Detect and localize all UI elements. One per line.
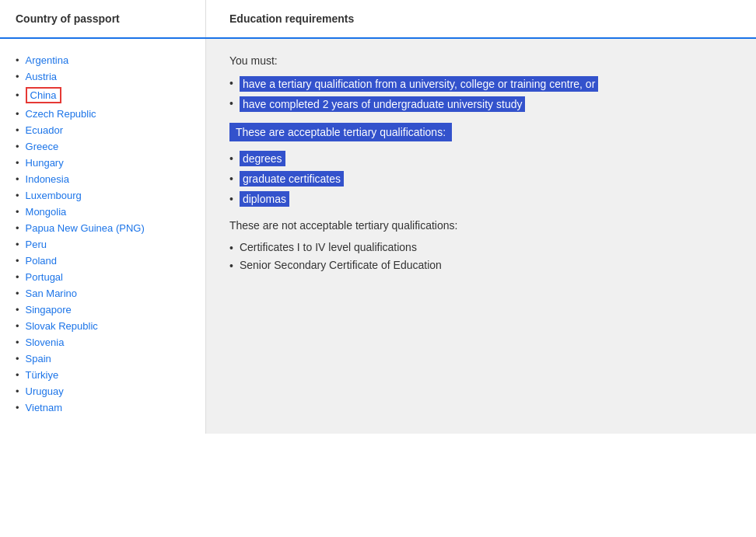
country-link[interactable]: Argentina bbox=[26, 54, 69, 66]
acceptable-heading: These are acceptable tertiary qualificat… bbox=[229, 123, 733, 151]
list-item[interactable]: Mongolia bbox=[16, 206, 190, 218]
list-item[interactable]: Peru bbox=[16, 239, 190, 250]
list-item[interactable]: Papua New Guinea (PNG) bbox=[16, 222, 190, 234]
list-item[interactable]: Czech Republic bbox=[16, 108, 190, 120]
country-link[interactable]: Austria bbox=[26, 71, 57, 82]
country-link[interactable]: Ecuador bbox=[26, 124, 63, 136]
country-link[interactable]: Portugal bbox=[26, 271, 63, 283]
list-item[interactable]: Hungary bbox=[16, 157, 190, 169]
country-link[interactable]: San Marino bbox=[26, 288, 77, 299]
list-item[interactable]: Austria bbox=[16, 71, 190, 82]
list-item[interactable]: Indonesia bbox=[16, 173, 190, 185]
list-item[interactable]: Slovenia bbox=[16, 336, 190, 348]
list-item[interactable]: Singapore bbox=[16, 304, 190, 316]
list-item[interactable]: China bbox=[16, 87, 190, 103]
requirement-text-1: have a tertiary qualification from a uni… bbox=[240, 76, 598, 92]
country-link[interactable]: Peru bbox=[26, 239, 47, 250]
country-link[interactable]: Slovak Republic bbox=[26, 320, 98, 332]
country-list: ArgentinaAustriaChinaCzech RepublicEcuad… bbox=[16, 54, 190, 413]
country-list-panel: ArgentinaAustriaChinaCzech RepublicEcuad… bbox=[0, 39, 206, 434]
main-content: ArgentinaAustriaChinaCzech RepublicEcuad… bbox=[0, 39, 756, 434]
acceptable-item-3: diplomas bbox=[229, 191, 733, 207]
country-link[interactable]: Greece bbox=[26, 141, 59, 152]
country-link[interactable]: Spain bbox=[26, 353, 51, 364]
left-column-header: Country of passport bbox=[0, 0, 206, 37]
list-item[interactable]: Vietnam bbox=[16, 402, 190, 413]
list-item[interactable]: Argentina bbox=[16, 54, 190, 66]
country-link[interactable]: Slovenia bbox=[26, 336, 65, 348]
country-link[interactable]: Türkiye bbox=[26, 369, 59, 381]
table-header: Country of passport Education requiremen… bbox=[0, 0, 756, 39]
country-link[interactable]: Mongolia bbox=[26, 206, 67, 218]
requirement-item-1: have a tertiary qualification from a uni… bbox=[229, 76, 733, 92]
education-requirements-panel: You must: have a tertiary qualification … bbox=[206, 39, 756, 434]
country-link[interactable]: Czech Republic bbox=[26, 108, 96, 120]
country-link[interactable]: Indonesia bbox=[26, 173, 69, 185]
list-item[interactable]: Luxembourg bbox=[16, 190, 190, 201]
acceptable-text-3: diplomas bbox=[240, 191, 289, 207]
country-link[interactable]: Luxembourg bbox=[26, 190, 82, 201]
not-acceptable-list: Certificates I to IV level qualification… bbox=[229, 241, 733, 272]
list-item[interactable]: San Marino bbox=[16, 288, 190, 299]
you-must-text: You must: bbox=[229, 54, 733, 67]
country-link[interactable]: Singapore bbox=[26, 304, 72, 316]
country-link[interactable]: Poland bbox=[26, 255, 57, 267]
right-column-header: Education requirements bbox=[206, 0, 756, 37]
acceptable-heading-text: These are acceptable tertiary qualificat… bbox=[229, 123, 452, 141]
country-link[interactable]: Vietnam bbox=[26, 402, 62, 413]
list-item[interactable]: Slovak Republic bbox=[16, 320, 190, 332]
acceptable-item-1: degrees bbox=[229, 151, 733, 166]
requirement-item-2: have completed 2 years of undergraduate … bbox=[229, 96, 733, 112]
list-item[interactable]: Poland bbox=[16, 255, 190, 267]
acceptable-text-2: graduate certificates bbox=[240, 171, 344, 187]
not-acceptable-text-1: Certificates I to IV level qualification… bbox=[240, 241, 417, 253]
country-link[interactable]: China bbox=[26, 87, 61, 103]
list-item[interactable]: Spain bbox=[16, 353, 190, 364]
list-item[interactable]: Ecuador bbox=[16, 124, 190, 136]
country-link[interactable]: Hungary bbox=[26, 157, 64, 169]
not-acceptable-item-2: Senior Secondary Certificate of Educatio… bbox=[229, 259, 733, 272]
list-item[interactable]: Uruguay bbox=[16, 385, 190, 397]
list-item[interactable]: Türkiye bbox=[16, 369, 190, 381]
list-item[interactable]: Greece bbox=[16, 141, 190, 152]
acceptable-item-2: graduate certificates bbox=[229, 171, 733, 187]
list-item[interactable]: Portugal bbox=[16, 271, 190, 283]
country-link[interactable]: Uruguay bbox=[26, 385, 64, 397]
not-acceptable-item-1: Certificates I to IV level qualification… bbox=[229, 241, 733, 254]
not-acceptable-heading: These are not acceptable tertiary qualif… bbox=[229, 219, 733, 232]
requirements-list: have a tertiary qualification from a uni… bbox=[229, 76, 733, 112]
requirement-text-2: have completed 2 years of undergraduate … bbox=[240, 96, 526, 112]
not-acceptable-text-2: Senior Secondary Certificate of Educatio… bbox=[240, 259, 442, 271]
country-link[interactable]: Papua New Guinea (PNG) bbox=[26, 222, 145, 234]
acceptable-list: degrees graduate certificates diplomas bbox=[229, 151, 733, 207]
acceptable-text-1: degrees bbox=[240, 151, 285, 166]
